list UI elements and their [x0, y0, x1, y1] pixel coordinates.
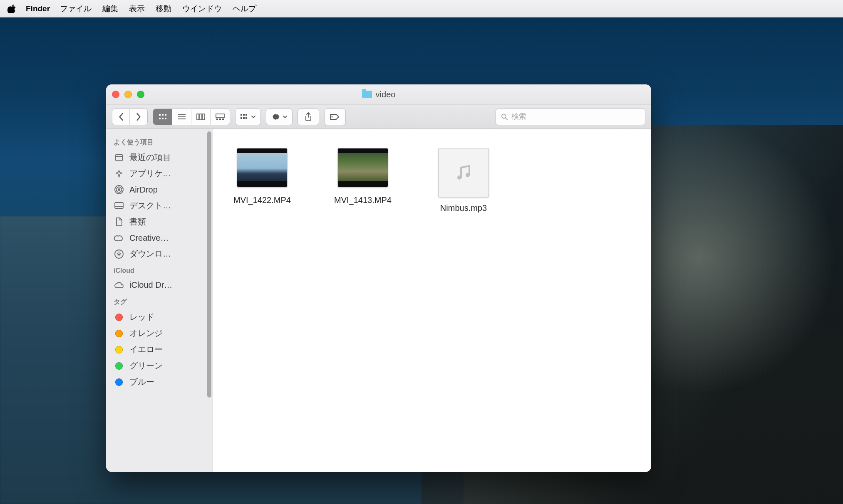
finder-window: video — [106, 84, 651, 472]
apple-icon[interactable] — [7, 4, 17, 13]
file-name: MVI_1413.MP4 — [334, 195, 392, 205]
window-body: よく使う項目 最近の項目 アプリケ… — [106, 129, 651, 472]
sidebar-tag-blue[interactable]: ブルー — [106, 374, 213, 390]
sidebar-tag-red[interactable]: レッド — [106, 309, 213, 325]
sidebar-item-label: イエロー — [129, 344, 163, 355]
menubar: Finder ファイル 編集 表示 移動 ウインドウ ヘルプ — [0, 0, 843, 17]
sidebar-item-label: グリーン — [129, 360, 163, 371]
view-list-button[interactable] — [172, 109, 191, 125]
sidebar-item-label: デスクト… — [129, 200, 171, 211]
sidebar-item-label: 書類 — [129, 216, 146, 227]
svg-rect-24 — [116, 154, 123, 161]
downloads-icon — [114, 249, 124, 259]
menu-window[interactable]: ウインドウ — [182, 3, 222, 14]
chevron-down-icon — [283, 115, 287, 119]
airdrop-icon — [114, 184, 124, 195]
sidebar-tag-yellow[interactable]: イエロー — [106, 341, 213, 358]
sidebar-tag-green[interactable]: グリーン — [106, 358, 213, 374]
content-area[interactable]: MVI_1422.MP4 MVI_1413.MP4 N — [213, 129, 651, 472]
tag-dot-icon — [114, 377, 124, 388]
sidebar-item-label: オレンジ — [129, 328, 163, 339]
sidebar-item-label: iCloud Dr… — [129, 280, 172, 290]
view-gallery-button[interactable] — [211, 109, 230, 125]
applications-icon — [114, 168, 124, 179]
svg-point-25 — [118, 188, 120, 191]
sidebar-tag-orange[interactable]: オレンジ — [106, 325, 213, 341]
window-title: video — [362, 90, 396, 99]
sidebar-item-recents[interactable]: 最近の項目 — [106, 149, 213, 166]
svg-rect-13 — [216, 119, 218, 120]
titlebar[interactable]: video — [106, 84, 651, 105]
svg-rect-15 — [222, 119, 224, 120]
sidebar[interactable]: よく使う項目 最近の項目 アプリケ… — [106, 129, 213, 472]
minimize-button[interactable] — [124, 91, 132, 98]
svg-rect-28 — [115, 203, 123, 208]
search-input[interactable] — [511, 112, 640, 121]
tags-button[interactable] — [324, 109, 346, 125]
svg-rect-12 — [216, 114, 224, 118]
chevron-left-icon — [118, 113, 124, 121]
forward-button[interactable] — [130, 109, 147, 125]
sidebar-item-label: ダウンロ… — [129, 248, 171, 259]
close-button[interactable] — [112, 91, 119, 98]
sidebar-item-label: レッド — [129, 311, 154, 323]
chevron-down-icon — [251, 115, 255, 119]
svg-rect-16 — [241, 114, 242, 116]
file-item[interactable]: Nimbus.mp3 — [429, 148, 498, 213]
menubar-app-name[interactable]: Finder — [26, 4, 50, 13]
documents-icon — [114, 217, 124, 227]
desktop-icon — [114, 200, 124, 211]
tag-dot-icon — [114, 312, 124, 323]
share-button[interactable] — [298, 109, 319, 125]
sidebar-item-desktop[interactable]: デスクト… — [106, 198, 213, 214]
action-menu-button[interactable] — [266, 109, 293, 125]
sidebar-item-applications[interactable]: アプリケ… — [106, 166, 213, 182]
grid-icon — [159, 114, 167, 120]
svg-rect-1 — [162, 114, 164, 116]
file-name: Nimbus.mp3 — [440, 203, 487, 213]
folder-icon — [362, 91, 372, 98]
columns-icon — [196, 114, 206, 120]
menu-go[interactable]: 移動 — [156, 3, 171, 14]
nav-segment — [112, 109, 148, 125]
gallery-icon — [216, 114, 225, 120]
search-field[interactable] — [496, 109, 645, 125]
file-item[interactable]: MVI_1422.MP4 — [228, 148, 296, 213]
svg-rect-3 — [159, 118, 161, 119]
sidebar-item-label: Creative… — [129, 233, 169, 243]
zoom-button[interactable] — [137, 91, 144, 98]
recents-icon — [114, 152, 124, 163]
group-by-button[interactable] — [235, 109, 261, 125]
svg-point-30 — [457, 175, 461, 180]
menu-view[interactable]: 表示 — [129, 3, 145, 14]
svg-rect-6 — [178, 114, 186, 115]
sidebar-item-documents[interactable]: 書類 — [106, 214, 213, 230]
window-title-text: video — [376, 90, 396, 99]
sidebar-scrollbar[interactable] — [207, 131, 211, 398]
sidebar-item-creative-cloud[interactable]: Creative… — [106, 230, 213, 246]
menu-help[interactable]: ヘルプ — [233, 3, 256, 14]
sidebar-item-label: アプリケ… — [129, 168, 171, 179]
menu-file[interactable]: ファイル — [60, 3, 92, 14]
svg-rect-2 — [165, 114, 166, 116]
tag-dot-icon — [114, 344, 124, 355]
view-columns-button[interactable] — [191, 109, 211, 125]
tag-icon — [330, 114, 340, 120]
file-thumbnail — [237, 148, 288, 187]
svg-point-22 — [331, 116, 332, 117]
file-item[interactable]: MVI_1413.MP4 — [329, 148, 397, 213]
back-button[interactable] — [112, 109, 130, 125]
sidebar-section-tags: タグ — [106, 293, 213, 309]
sidebar-item-downloads[interactable]: ダウンロ… — [106, 246, 213, 262]
sidebar-item-icloud-drive[interactable]: iCloud Dr… — [106, 277, 213, 293]
menu-edit[interactable]: 編集 — [102, 3, 118, 14]
svg-rect-20 — [243, 117, 245, 119]
sidebar-item-label: AirDrop — [129, 185, 158, 195]
svg-rect-0 — [159, 114, 161, 116]
gear-icon — [271, 112, 280, 121]
svg-rect-18 — [245, 114, 247, 116]
view-icons-button[interactable] — [153, 109, 172, 125]
view-mode-segment — [153, 109, 230, 125]
sidebar-item-airdrop[interactable]: AirDrop — [106, 182, 213, 198]
creative-cloud-icon — [114, 232, 124, 243]
